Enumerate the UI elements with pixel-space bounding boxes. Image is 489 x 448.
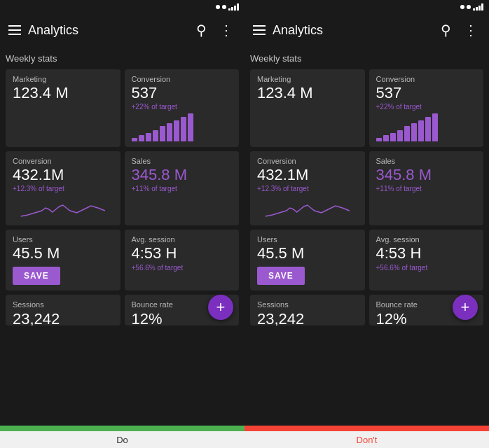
avg-session-target-left: +56.6% of target <box>132 264 233 272</box>
chart-bar-r <box>397 130 403 141</box>
barr2 <box>476 7 478 10</box>
app-title-left: Analytics <box>28 23 186 38</box>
save-button-right[interactable]: SAVE <box>257 267 305 285</box>
conversion-top-target-right: +22% of target <box>376 103 477 111</box>
conversion-large-card-left: Conversion 432.1M +12.3% of target <box>6 151 120 225</box>
do-label: Do <box>0 431 245 448</box>
menu-button-right[interactable] <box>253 25 266 35</box>
chart-bar-r <box>411 123 417 141</box>
labels-row: Do Don't <box>0 431 489 448</box>
bounce-rate-card-left: Bounce rate 12% + <box>125 295 240 326</box>
chart-bar <box>160 126 165 141</box>
users-card-left: Users 45.5 M SAVE <box>6 230 120 290</box>
sales-target-left: +11% of target <box>132 185 233 192</box>
conversion-top-target-left: +22% of target <box>132 103 233 111</box>
more-icon-left[interactable]: ⋮ <box>216 22 236 38</box>
hamburger-line <box>8 29 21 31</box>
do-panel: Analytics ⚲ ⋮ Weekly stats Marketing 123… <box>0 0 245 431</box>
users-label-left: Users <box>13 235 113 244</box>
signal-bars-right <box>473 4 483 10</box>
signal-bars <box>228 4 239 10</box>
users-card-right: Users 45.5 M SAVE <box>250 230 365 290</box>
conversion-top-card-right: Conversion 537 +22% of target <box>369 69 484 147</box>
chart-bar-r <box>390 133 396 141</box>
barr1 <box>473 8 475 10</box>
bounce-rate-card-right: Bounce rate 12% + <box>369 295 484 326</box>
more-icon-right[interactable]: ⋮ <box>461 22 481 38</box>
dot2r <box>467 5 471 9</box>
status-bar-right <box>245 0 489 14</box>
marketing-label-right: Marketing <box>257 75 358 83</box>
stats-grid-left: Marketing 123.4 M Conversion 537 +22% of… <box>6 69 239 326</box>
bottom-bar-right <box>245 426 489 431</box>
chart-bar-r <box>432 113 438 141</box>
search-icon-right[interactable]: ⚲ <box>438 22 454 38</box>
bar1 <box>228 8 230 10</box>
menu-button-left[interactable] <box>8 25 21 35</box>
sales-target-right: +11% of target <box>376 185 477 192</box>
fab-right[interactable]: + <box>453 295 478 320</box>
sales-label-right: Sales <box>376 157 477 165</box>
chart-bar-r <box>383 135 389 141</box>
search-icon-left[interactable]: ⚲ <box>193 22 209 38</box>
sessions-value-right: 23,242 <box>257 310 358 326</box>
app-title-right: Analytics <box>273 23 431 38</box>
hamburger-line-r <box>253 25 266 27</box>
bottom-bar-left <box>0 426 245 431</box>
chart-bar <box>139 135 144 141</box>
top-bar-left: Analytics ⚲ ⋮ <box>0 14 245 46</box>
marketing-value-left: 123.4 M <box>13 85 113 102</box>
avg-session-label-left: Avg. session <box>132 235 233 244</box>
sessions-value-left: 23,242 <box>13 310 113 326</box>
sales-label-left: Sales <box>132 157 233 165</box>
avg-session-label-right: Avg. session <box>376 235 477 244</box>
conversion-large-label-right: Conversion <box>257 157 358 165</box>
sparkline-left <box>13 195 113 220</box>
fab-left[interactable]: + <box>208 295 233 320</box>
sales-value-left: 345.8 M <box>132 167 233 183</box>
content-left: Weekly stats Marketing 123.4 M Conversio… <box>0 46 245 426</box>
conversion-large-value-right: 432.1M <box>257 167 358 183</box>
weekly-stats-label-right: Weekly stats <box>250 53 483 64</box>
bar-chart-left <box>132 113 233 141</box>
status-icons <box>216 4 239 10</box>
bar-chart-right <box>376 113 477 141</box>
hamburger-line <box>8 25 21 27</box>
status-bar-left <box>0 0 245 14</box>
users-value-left: 45.5 M <box>13 245 113 262</box>
chart-bar-r <box>418 120 424 141</box>
sessions-card-left: Sessions 23,242 <box>6 295 120 326</box>
conversion-large-value-left: 432.1M <box>13 167 113 183</box>
sales-card-left: Sales 345.8 M +11% of target <box>125 151 240 225</box>
dot2 <box>222 5 226 9</box>
users-value-right: 45.5 M <box>257 245 358 262</box>
avg-session-card-left: Avg. session 4:53 H +56.6% of target <box>125 230 240 290</box>
sessions-card-right: Sessions 23,242 <box>250 295 365 326</box>
content-right: Weekly stats Marketing 123.4 M Conversio… <box>245 46 489 426</box>
bar3 <box>234 6 236 10</box>
chart-bar <box>174 120 179 141</box>
chart-bar <box>132 138 137 142</box>
sessions-label-left: Sessions <box>13 300 113 309</box>
bar4 <box>237 4 239 10</box>
chart-bar-r <box>425 117 431 141</box>
chart-bar-r <box>404 126 410 141</box>
marketing-card-right: Marketing 123.4 M <box>250 69 365 147</box>
conversion-large-card-right: Conversion 432.1M +12.3% of target <box>250 151 365 225</box>
conversion-top-card-left: Conversion 537 +22% of target <box>125 69 240 147</box>
sales-value-right: 345.8 M <box>376 167 477 183</box>
top-bar-right: Analytics ⚲ ⋮ <box>245 14 489 46</box>
hamburger-line-r <box>253 29 266 31</box>
chart-bar <box>146 133 151 141</box>
conversion-large-target-left: +12.3% of target <box>13 185 113 192</box>
sales-card-right: Sales 345.8 M +11% of target <box>369 151 484 225</box>
chart-bar-r <box>376 138 382 142</box>
conversion-top-value-left: 537 <box>132 85 233 102</box>
sparkline-right <box>257 195 358 220</box>
save-button-left[interactable]: SAVE <box>13 267 60 285</box>
status-icons-right <box>460 4 483 10</box>
chart-bar <box>153 130 158 141</box>
conversion-top-value-right: 537 <box>376 85 477 102</box>
hamburger-line <box>8 34 21 35</box>
avg-session-card-right: Avg. session 4:53 H +56.6% of target <box>369 230 484 290</box>
